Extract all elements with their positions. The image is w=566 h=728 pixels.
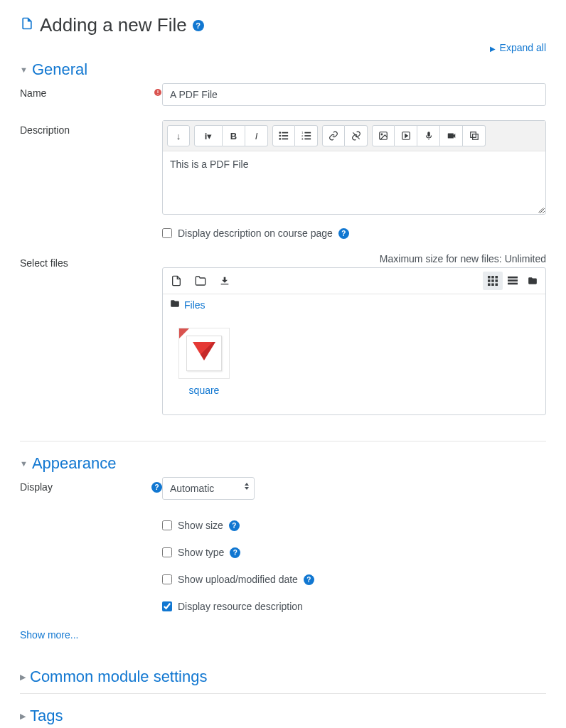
show-date-checkbox[interactable] xyxy=(162,574,172,584)
svg-point-5 xyxy=(279,135,281,137)
download-icon[interactable] xyxy=(214,271,235,291)
chevron-right-icon: ▶ xyxy=(20,712,26,721)
max-file-size: Maximum size for new files: Unlimited xyxy=(162,253,546,264)
view-list-icon[interactable] xyxy=(503,272,523,290)
svg-text:3: 3 xyxy=(301,137,304,141)
section-toggle-common[interactable]: ▶ Common module settings xyxy=(20,663,546,690)
help-icon[interactable]: ? xyxy=(193,20,204,31)
help-icon[interactable]: ? xyxy=(229,520,240,531)
chevron-right-icon: ▶ xyxy=(20,673,26,682)
file-item[interactable]: square xyxy=(176,328,233,402)
help-icon[interactable]: ? xyxy=(304,574,314,585)
section-heading-common: Common module settings xyxy=(30,668,207,686)
required-icon xyxy=(154,87,162,99)
chevron-down-icon: ▼ xyxy=(20,65,28,74)
label-name: Name xyxy=(20,87,149,99)
svg-rect-10 xyxy=(304,132,311,134)
description-textarea[interactable]: This is a PDF File xyxy=(163,151,545,214)
svg-rect-12 xyxy=(304,135,311,136)
label-display: Display xyxy=(20,481,147,493)
svg-rect-1 xyxy=(158,90,159,93)
pdf-icon xyxy=(178,328,230,379)
show-type-label: Show type xyxy=(178,547,224,558)
toolbar-manage-files-icon[interactable] xyxy=(463,125,486,146)
svg-rect-22 xyxy=(488,276,491,279)
svg-rect-23 xyxy=(491,276,494,279)
create-folder-icon[interactable] xyxy=(190,271,211,291)
show-date-label: Show upload/modified date xyxy=(178,574,298,585)
page-title: Adding a new File ? xyxy=(20,14,546,36)
display-resource-desc-label: Display resource description xyxy=(178,601,303,612)
svg-rect-14 xyxy=(304,139,311,140)
show-type-checkbox[interactable] xyxy=(162,547,172,557)
toolbar-video-icon[interactable] xyxy=(440,125,463,146)
description-editor: ↓ i ▾ B I 123 xyxy=(162,120,546,215)
toolbar-link-icon[interactable] xyxy=(322,125,345,146)
svg-rect-4 xyxy=(282,132,288,134)
toolbar-bold[interactable]: B xyxy=(223,125,245,146)
section-heading-appearance: Appearance xyxy=(32,454,117,473)
toolbar-mic-icon[interactable] xyxy=(417,125,440,146)
name-input[interactable] xyxy=(162,83,546,106)
help-icon[interactable]: ? xyxy=(338,228,349,239)
help-icon[interactable]: ? xyxy=(230,547,240,558)
svg-point-7 xyxy=(279,138,281,140)
toolbar-italic[interactable]: I xyxy=(245,125,268,146)
display-description-checkbox[interactable] xyxy=(162,228,172,238)
svg-rect-27 xyxy=(496,279,498,282)
section-toggle-tags[interactable]: ▶ Tags xyxy=(20,702,546,728)
svg-rect-24 xyxy=(496,276,498,279)
folder-icon xyxy=(170,299,180,311)
svg-rect-20 xyxy=(470,132,476,138)
svg-rect-2 xyxy=(158,94,159,95)
show-size-label: Show size xyxy=(178,520,223,531)
breadcrumb-files: Files xyxy=(184,299,205,311)
svg-rect-31 xyxy=(508,277,518,279)
toolbar-image-icon[interactable] xyxy=(372,125,395,146)
toolbar-unlink-icon[interactable] xyxy=(345,125,368,146)
svg-rect-21 xyxy=(472,134,478,140)
toolbar-ul-icon[interactable] xyxy=(272,125,295,146)
help-icon[interactable]: ? xyxy=(151,482,162,493)
svg-rect-25 xyxy=(488,279,491,282)
svg-point-3 xyxy=(279,132,281,134)
svg-rect-8 xyxy=(282,139,288,140)
toolbar-paragraph-menu[interactable]: i ▾ xyxy=(194,125,223,146)
label-description: Description xyxy=(20,124,162,136)
svg-rect-29 xyxy=(491,284,494,287)
toolbar-media-icon[interactable] xyxy=(395,125,417,146)
chevron-down-icon: ▼ xyxy=(20,459,28,468)
section-toggle-appearance[interactable]: ▼ Appearance xyxy=(20,450,546,477)
toolbar-toggle-icon[interactable]: ↓ xyxy=(167,125,190,146)
page-title-text: Adding a new File xyxy=(40,14,187,36)
file-icon xyxy=(20,16,34,35)
file-name: square xyxy=(176,385,233,396)
filepicker-breadcrumb[interactable]: Files xyxy=(163,294,545,315)
svg-rect-33 xyxy=(508,283,518,285)
display-description-label: Display description on course page xyxy=(178,228,333,239)
section-toggle-general[interactable]: ▼ General xyxy=(20,56,546,83)
view-grid-icon[interactable] xyxy=(483,272,503,290)
section-heading-general: General xyxy=(32,60,87,79)
show-size-checkbox[interactable] xyxy=(162,520,172,530)
svg-point-17 xyxy=(381,134,383,135)
show-more-link[interactable]: Show more... xyxy=(20,626,546,652)
svg-marker-19 xyxy=(405,134,407,138)
display-select[interactable]: Automatic xyxy=(162,477,255,500)
svg-rect-30 xyxy=(496,284,498,287)
svg-rect-32 xyxy=(508,279,518,282)
expand-all-link[interactable]: ▶ Expand all xyxy=(490,42,546,53)
caret-right-icon: ▶ xyxy=(490,45,496,53)
toolbar-ol-icon[interactable]: 123 xyxy=(295,125,318,146)
section-heading-tags: Tags xyxy=(30,707,63,725)
view-tree-icon[interactable] xyxy=(523,272,543,290)
filepicker: Files square xyxy=(162,267,546,415)
label-select-files: Select files xyxy=(20,257,162,269)
svg-rect-26 xyxy=(491,279,494,282)
svg-rect-6 xyxy=(282,135,288,136)
svg-rect-28 xyxy=(488,284,491,287)
display-resource-desc-checkbox[interactable] xyxy=(162,601,172,611)
add-file-icon[interactable] xyxy=(166,271,187,291)
